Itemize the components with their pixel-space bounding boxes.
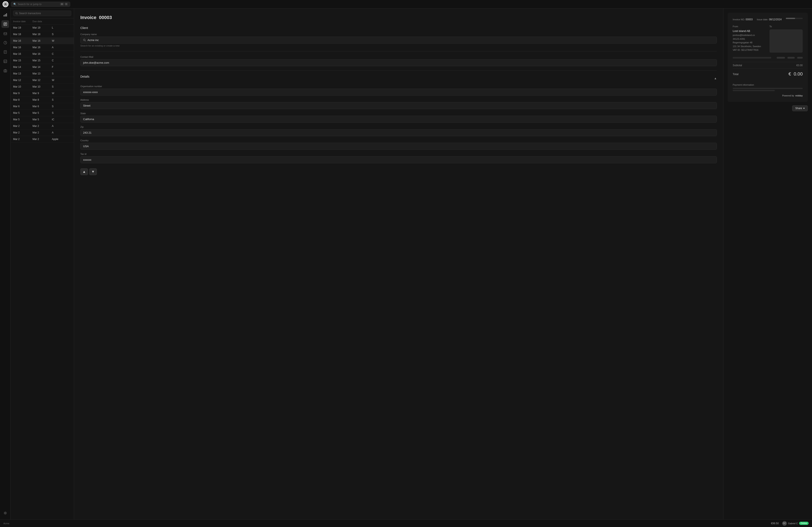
table-row[interactable]: Mar 6 Mar 6 S (11, 103, 74, 110)
nav-down-button[interactable]: ▼ (89, 169, 97, 175)
sidebar-item-documents[interactable] (1, 48, 9, 56)
chevron-up-icon[interactable]: ▲ (714, 76, 717, 80)
row-date: Mar 14 (13, 65, 32, 69)
company-name-label: Company name (81, 33, 717, 35)
row-date: Mar 16 (13, 53, 32, 55)
svg-rect-3 (4, 15, 4, 16)
sidebar-item-camera[interactable] (1, 67, 9, 74)
from-section: From Lost island AB pontus@lostisland.co… (733, 25, 766, 53)
row-extra: W (52, 39, 71, 42)
table-row[interactable]: Mar 2 Mar 2 Apple (11, 136, 74, 143)
row-date: Mar 2 (13, 138, 32, 141)
company-name-hint: Search for an existing or create a new (81, 44, 717, 47)
line-placeholder-4 (797, 57, 803, 59)
row-date: Mar 15 (13, 59, 32, 62)
total-label: Total (733, 73, 738, 76)
contact-mail-input[interactable] (81, 59, 717, 66)
topbar: 🔍 Search for or jump to ⌘ K (0, 0, 812, 9)
table-row[interactable]: Mar 19 Mar 19 L (11, 25, 74, 31)
company-name-input[interactable] (87, 37, 714, 43)
transaction-search-input[interactable] (19, 12, 69, 15)
table-row[interactable]: Mar 2 Mar 2 A (11, 129, 74, 136)
table-row[interactable]: Mar 5 Mar 5 iC (11, 116, 74, 123)
row-due: Mar 9 (32, 92, 52, 95)
address-input[interactable] (81, 102, 717, 109)
table-row[interactable]: Mar 9 Mar 9 W (11, 90, 74, 97)
row-date: Mar 8 (13, 98, 32, 101)
share-button-area: Share ▾ (728, 105, 808, 111)
zip-input[interactable] (81, 129, 717, 136)
svg-point-21 (5, 70, 6, 72)
share-button[interactable]: Share ▾ (792, 105, 808, 111)
sidebar-item-charts[interactable] (1, 11, 9, 19)
search-placeholder: Search for or jump to (18, 3, 59, 6)
table-row[interactable]: Mar 5 Mar 5 S (11, 110, 74, 116)
row-date: Mar 13 (13, 72, 32, 75)
row-extra: A (52, 125, 71, 128)
subtotal-value: €0.00 (796, 64, 803, 67)
progress-fill (786, 18, 795, 19)
table-row[interactable]: Mar 15 Mar 15 C (11, 57, 74, 64)
svg-point-22 (5, 512, 6, 514)
row-due: Mar 19 (32, 26, 52, 29)
row-extra: A (52, 46, 71, 49)
row-due: Mar 5 (32, 112, 52, 114)
col-due-date: Due data (32, 20, 52, 23)
sidebar-item-settings[interactable] (1, 509, 9, 517)
row-due: Mar 2 (32, 125, 52, 128)
search-icon (15, 12, 18, 15)
row-date: Mar 12 (13, 79, 32, 82)
table-row[interactable]: Mar 16 Mar 16 C (11, 51, 74, 57)
powered-by-text: Powered by (782, 94, 794, 97)
tax-id-label: Tax id (81, 153, 717, 155)
row-date: Mar 16 (13, 46, 32, 49)
powered-by: Powered by midday (733, 94, 803, 97)
org-number-field: Organisation number (81, 85, 717, 96)
global-search[interactable]: 🔍 Search for or jump to ⌘ K (11, 2, 70, 7)
svg-rect-5 (6, 13, 7, 16)
table-row[interactable]: Mar 18 Mar 18 S (11, 31, 74, 38)
invoice-title: Invoice 00003 (81, 15, 717, 20)
tax-id-input[interactable] (81, 156, 717, 163)
country-input[interactable] (81, 143, 717, 150)
col-extra (52, 20, 71, 23)
table-row[interactable]: Mar 14 Mar 14 F (11, 64, 74, 70)
table-row[interactable]: Mar 2 Mar 2 A (11, 123, 74, 129)
search-shortcut: ⌘ K (60, 3, 68, 5)
transaction-search[interactable] (13, 11, 71, 16)
sidebar-item-invoices[interactable] (1, 20, 9, 28)
table-row[interactable]: Mar 8 Mar 8 S (11, 97, 74, 103)
svg-line-24 (17, 14, 17, 14)
preview-issue-date: Issue date: 08/12/2024 (757, 18, 782, 21)
state-label: State (81, 112, 717, 115)
contact-mail-field: Contact Mail (81, 56, 717, 66)
search-icon: 🔍 (13, 3, 16, 6)
nav-up-button[interactable]: ▲ (81, 169, 88, 175)
sidebar-item-table[interactable] (1, 58, 9, 65)
table-row[interactable]: Mar 16 Mar 16 W (11, 38, 74, 44)
org-number-input[interactable] (81, 89, 717, 96)
table-row[interactable]: Mar 12 Mar 12 W (11, 77, 74, 84)
payment-bar-2 (733, 90, 775, 91)
table-row[interactable]: Mar 16 Mar 16 A (11, 44, 74, 51)
bottom-bar: Acme €99.50 GC Gabriel C Online (0, 519, 812, 527)
invoice-title-prefix: Invoice (81, 15, 97, 20)
sidebar-item-clock[interactable] (1, 39, 9, 46)
share-label: Share (795, 107, 802, 110)
payment-info-section: Payment information (733, 84, 803, 91)
company-name-field: Company name Search for an existing or c… (81, 33, 717, 47)
sidebar-item-inbox[interactable] (1, 30, 9, 37)
table-row[interactable]: Mar 13 Mar 13 S (11, 70, 74, 77)
to-section: To (769, 25, 803, 53)
table-row[interactable]: Mar 10 Mar 10 S (11, 84, 74, 90)
payment-info-label: Payment information (733, 84, 803, 86)
main-layout: Invoice date Due data Mar 19 Mar 19 L Ma… (0, 9, 812, 519)
row-extra: F (52, 65, 71, 69)
line-items-placeholder (733, 57, 803, 59)
row-extra: iC (52, 118, 71, 121)
row-extra: S (52, 98, 71, 101)
invoice-title-number: 00003 (99, 15, 112, 20)
state-input[interactable] (81, 116, 717, 123)
line-placeholder-3 (787, 57, 795, 59)
company-name-input-wrapper[interactable] (81, 36, 717, 44)
